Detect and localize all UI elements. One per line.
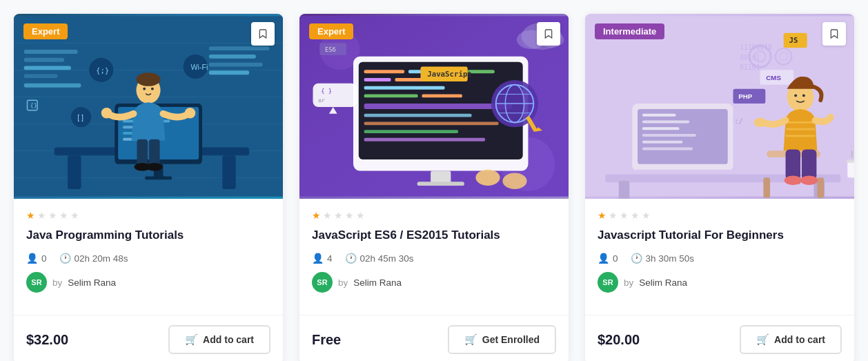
svg-point-32 (143, 88, 146, 90)
svg-rect-52 (364, 70, 405, 73)
author-by-jsb: by (624, 277, 633, 288)
students-count-java: 0 (41, 253, 47, 264)
star-2-js: ★ (323, 210, 332, 221)
students-icon-js: 👤 (312, 253, 324, 264)
course-meta-java: 👤 0 🕐 02h 20m 48s (26, 253, 270, 264)
bookmark-button-jsb[interactable] (822, 22, 846, 46)
course-students-js: 👤 4 (312, 253, 333, 264)
svg-rect-10 (24, 74, 58, 78)
svg-rect-20 (222, 155, 236, 189)
author-avatar-js: SR (312, 272, 333, 293)
students-count-jsb: 0 (613, 253, 618, 264)
clock-icon-java: 🕐 (59, 253, 71, 264)
star-5-js: ★ (356, 210, 365, 221)
svg-rect-128 (802, 149, 816, 179)
svg-rect-114 (619, 181, 630, 199)
svg-rect-127 (786, 149, 800, 179)
svg-text:CMS: CMS (766, 74, 781, 81)
svg-rect-7 (24, 50, 78, 54)
course-title-jsb: Javascript Tutorial For Beginners (598, 228, 842, 243)
svg-rect-118 (763, 177, 770, 197)
star-1-js: ★ (312, 210, 321, 221)
course-duration-jsb: 🕐 3h 30m 50s (631, 253, 695, 264)
course-duration-js: 🕐 02h 45m 30s (345, 253, 414, 264)
svg-rect-131 (847, 161, 854, 177)
svg-rect-68 (417, 182, 464, 186)
author-avatar-java: SR (26, 272, 47, 293)
star-3: ★ (48, 210, 57, 221)
svg-text:{}: {} (30, 102, 37, 109)
get-enrolled-label-js: Get Enrolled (482, 334, 540, 345)
star-4-jsb: ★ (631, 210, 640, 221)
add-to-cart-label-java: Add to cart (203, 334, 254, 345)
svg-text:[]: [] (77, 114, 85, 121)
svg-rect-17 (209, 70, 250, 75)
svg-rect-24 (145, 176, 172, 179)
svg-text:PHP: PHP (738, 92, 753, 100)
bookmark-button-js[interactable] (537, 22, 560, 46)
svg-point-33 (151, 88, 154, 90)
bookmark-button-java[interactable] (251, 22, 275, 46)
svg-rect-59 (422, 94, 462, 97)
course-card-js: JavaScript { } or (299, 14, 569, 361)
add-to-cart-button-java[interactable]: 🛒 Add to cart (168, 325, 270, 354)
svg-rect-36 (137, 139, 148, 166)
course-thumbnail-js: JavaScript { } or (299, 14, 569, 199)
star-1-jsb: ★ (598, 210, 606, 221)
course-author-js: SR by Selim Rana (312, 272, 556, 293)
svg-point-126 (754, 118, 767, 128)
cart-icon-java: 🛒 (185, 333, 198, 346)
svg-point-121 (794, 94, 797, 97)
svg-rect-8 (24, 58, 65, 62)
svg-rect-110 (642, 141, 683, 144)
svg-rect-109 (642, 134, 696, 137)
svg-point-129 (785, 175, 802, 185)
students-icon-jsb: 👤 (598, 253, 609, 264)
duration-java: 02h 20m 48s (75, 253, 128, 264)
course-footer-java: $32.00 🛒 Add to cart (14, 315, 283, 361)
get-enrolled-button-js[interactable]: 🛒 Get Enrolled (448, 325, 556, 354)
course-price-java: $32.00 (26, 332, 68, 348)
svg-rect-65 (364, 130, 459, 133)
add-to-cart-button-jsb[interactable]: 🛒 Add to cart (740, 325, 842, 354)
star-5: ★ (70, 210, 79, 221)
svg-point-39 (146, 163, 162, 171)
svg-text:ES6: ES6 (325, 46, 336, 53)
clock-icon-js: 🕐 (345, 253, 357, 264)
cart-icon-jsb: 🛒 (756, 333, 769, 346)
course-body-jsb: ★ ★ ★ ★ ★ Javascript Tutorial For Beginn… (585, 199, 854, 315)
svg-rect-112 (626, 170, 740, 175)
svg-point-35 (185, 108, 196, 119)
star-4: ★ (59, 210, 68, 221)
course-card-java: {} (14, 14, 283, 361)
svg-text:JS: JS (789, 36, 798, 45)
svg-rect-108 (642, 127, 680, 130)
course-author-java: SR by Selim Rana (26, 272, 270, 293)
duration-js: 02h 45m 30s (360, 253, 414, 264)
svg-rect-67 (431, 171, 451, 184)
course-card-jsb: 11100010 00101 01101 JS CMS PHP </> C:/ (585, 14, 854, 361)
svg-rect-57 (364, 86, 445, 90)
svg-rect-19 (68, 155, 81, 189)
svg-rect-132 (846, 159, 854, 163)
clock-icon-jsb: 🕐 (631, 253, 642, 264)
students-count-js: 4 (327, 253, 333, 264)
course-stars-jsb: ★ ★ ★ ★ ★ (598, 210, 842, 221)
svg-rect-63 (364, 114, 472, 117)
course-students-java: 👤 0 (26, 253, 47, 264)
svg-rect-62 (364, 104, 513, 109)
course-footer-jsb: $20.00 🛒 Add to cart (585, 315, 854, 361)
students-icon-java: 👤 (26, 253, 38, 264)
add-to-cart-label-jsb: Add to cart (774, 334, 825, 345)
svg-rect-111 (642, 147, 693, 150)
course-stars-js: ★ ★ ★ ★ ★ (312, 210, 556, 221)
author-by-js: by (338, 277, 348, 288)
course-body-java: ★ ★ ★ ★ ★ Java Programming Tutorials 👤 0… (14, 199, 283, 315)
author-name-js: Selim Rana (353, 277, 402, 288)
course-students-jsb: 👤 0 (598, 253, 618, 264)
courses-grid: {} (14, 14, 854, 361)
author-by-java: by (52, 277, 62, 288)
star-1: ★ (26, 210, 35, 221)
svg-point-31 (136, 72, 160, 86)
svg-text:or: or (318, 97, 325, 104)
